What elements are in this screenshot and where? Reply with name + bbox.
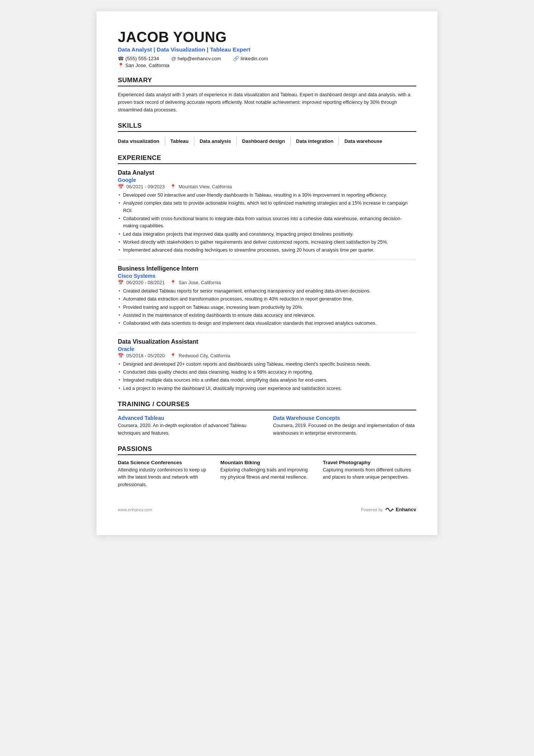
job-3-meta: 📅 05/2018 - 05/2020 📍 Redwood City, Cali… [118, 353, 416, 358]
brand-name: Enhancv [396, 507, 416, 512]
job-2: Business Intelligence Intern Cisco Syste… [118, 265, 416, 327]
job-2-title: Business Intelligence Intern [118, 265, 416, 272]
job-3: Data Visualization Assistant Oracle 📅 05… [118, 338, 416, 393]
skill-item: Tableau [165, 136, 194, 146]
skill-item: Data analysis [194, 136, 237, 146]
location-icon: 📍 [118, 63, 124, 68]
phone-value: (555) 555-1234 [125, 56, 159, 61]
summary-section: SUMMARY Experienced data analyst with 3 … [118, 77, 416, 114]
experience-section: EXPERIENCE Data Analyst Google 📅 06/2021… [118, 154, 416, 392]
bullet-item: Conducted data quality checks and data c… [118, 369, 416, 376]
passion-2-desc: Exploring challenging trails and improvi… [220, 466, 314, 481]
location-icon-job2: 📍 [170, 280, 176, 285]
job-2-location: 📍 San Jose, California [170, 280, 221, 285]
training-2-desc: Coursera, 2019. Focused on the design an… [273, 422, 416, 437]
skill-item: Data visualization [118, 136, 165, 146]
job-1-company: Google [118, 177, 416, 183]
linkedin-value: linkedin.com [240, 56, 268, 61]
summary-text: Experienced data analyst with 3 years of… [118, 91, 416, 114]
bullet-item: Designed and developed 20+ custom report… [118, 361, 416, 368]
resume-page: JACOB YOUNG Data Analyst | Data Visualiz… [97, 11, 437, 535]
bullet-item: Developed over 50 interactive and user-f… [118, 192, 416, 199]
job-2-dates: 📅 06/2020 - 08/2021 [118, 280, 165, 285]
skill-item: Data warehouse [339, 136, 387, 146]
job-3-bullets: Designed and developed 20+ custom report… [118, 361, 416, 393]
location-value: San Jose, California [125, 63, 169, 68]
bullet-item: Led a project to revamp the dashboard UI… [118, 385, 416, 392]
calendar-icon: 📅 [118, 184, 124, 189]
candidate-name: JACOB YOUNG [118, 30, 416, 45]
page-footer: www.enhancv.com Powered by Enhancv [118, 507, 416, 512]
bullet-item: Analyzed complex data sets to provide ac… [118, 200, 416, 214]
job-3-dates: 📅 05/2018 - 05/2020 [118, 353, 165, 358]
bullet-item: Collaborated with cross-functional teams… [118, 215, 416, 230]
passion-item-3: Travel Photography Capturing moments fro… [323, 460, 416, 488]
powered-by-text: Powered by [361, 507, 383, 512]
skill-item: Data integration [291, 136, 339, 146]
training-2-title: Data Warehouse Concepts [273, 415, 416, 421]
location-icon-job3: 📍 [170, 353, 176, 358]
skill-item: Dashboard design [237, 136, 290, 146]
job-1-location: 📍 Mountain View, California [170, 184, 232, 189]
job-1: Data Analyst Google 📅 06/2021 - 09/2023 … [118, 169, 416, 254]
bullet-item: Created detailed Tableau reports for sen… [118, 288, 416, 295]
bullet-item: Integrated multiple data sources into a … [118, 377, 416, 384]
training-1-title: Advanced Tableau [118, 415, 261, 421]
bullet-item: Collaborated with data scientists to des… [118, 320, 416, 327]
passion-item-2: Mountain Biking Exploring challenging tr… [220, 460, 314, 488]
passion-1-title: Data Science Conferences [118, 460, 211, 465]
passions-title: PASSIONS [118, 445, 416, 455]
header: JACOB YOUNG Data Analyst | Data Visualiz… [118, 30, 416, 68]
training-item-2: Data Warehouse Concepts Coursera, 2019. … [273, 415, 416, 437]
skills-section: SKILLS Data visualization Tableau Data a… [118, 122, 416, 146]
job-3-title: Data Visualization Assistant [118, 338, 416, 345]
exp-divider-2 [118, 333, 416, 333]
job-1-bullets: Developed over 50 interactive and user-f… [118, 192, 416, 254]
summary-title: SUMMARY [118, 77, 416, 86]
linkedin-contact: 🔗 linkedin.com [233, 56, 268, 61]
job-2-bullets: Created detailed Tableau reports for sen… [118, 288, 416, 327]
job-2-company: Cisco Systems [118, 273, 416, 279]
location-row: 📍 San Jose, California [118, 63, 416, 68]
job-2-meta: 📅 06/2020 - 08/2021 📍 San Jose, Californ… [118, 280, 416, 285]
passions-grid: Data Science Conferences Attending indus… [118, 460, 416, 488]
phone-icon: ☎ [118, 56, 124, 61]
experience-title: EXPERIENCE [118, 154, 416, 164]
training-title: TRAINING / COURSES [118, 401, 416, 410]
bullet-item: Led data integration projects that impro… [118, 231, 416, 238]
passion-item-1: Data Science Conferences Attending indus… [118, 460, 211, 488]
job-1-meta: 📅 06/2021 - 09/2023 📍 Mountain View, Cal… [118, 184, 416, 189]
training-1-desc: Coursera, 2020. An in-depth exploration … [118, 422, 261, 437]
email-icon: @ [171, 56, 176, 61]
job-1-title: Data Analyst [118, 169, 416, 176]
location-contact: 📍 San Jose, California [118, 63, 169, 68]
phone-contact: ☎ (555) 555-1234 [118, 56, 159, 61]
calendar-icon-job2: 📅 [118, 280, 124, 285]
job-3-location: 📍 Redwood City, California [170, 353, 230, 358]
job-3-company: Oracle [118, 346, 416, 352]
training-item-1: Advanced Tableau Coursera, 2020. An in-d… [118, 415, 261, 437]
passion-3-title: Travel Photography [323, 460, 416, 465]
bullet-item: Worked directly with stakeholders to gat… [118, 239, 416, 246]
bullet-item: Provided training and support on Tableau… [118, 304, 416, 311]
skills-title: SKILLS [118, 122, 416, 132]
job-1-dates: 📅 06/2021 - 09/2023 [118, 184, 165, 189]
bullet-item: Assisted in the maintenance of existing … [118, 312, 416, 319]
calendar-icon-job3: 📅 [118, 353, 124, 358]
passion-2-title: Mountain Biking [220, 460, 314, 465]
training-section: TRAINING / COURSES Advanced Tableau Cour… [118, 401, 416, 437]
enhancv-logo-icon [385, 507, 393, 512]
passions-section: PASSIONS Data Science Conferences Attend… [118, 445, 416, 488]
location-icon-job1: 📍 [170, 184, 176, 189]
passion-3-desc: Capturing moments from different culture… [323, 466, 416, 481]
bullet-item: Automated data extraction and transforma… [118, 296, 416, 303]
exp-divider [118, 260, 416, 260]
footer-logo: Powered by Enhancv [361, 507, 416, 512]
bullet-item: Implemented advanced data modeling techn… [118, 247, 416, 254]
footer-website: www.enhancv.com [118, 507, 152, 512]
link-icon: 🔗 [233, 56, 239, 61]
contact-info: ☎ (555) 555-1234 @ help@enhancv.com 🔗 li… [118, 56, 416, 61]
passion-1-desc: Attending industry conferences to keep u… [118, 466, 211, 488]
candidate-title: Data Analyst | Data Visualization | Tabl… [118, 46, 416, 53]
training-grid: Advanced Tableau Coursera, 2020. An in-d… [118, 415, 416, 437]
